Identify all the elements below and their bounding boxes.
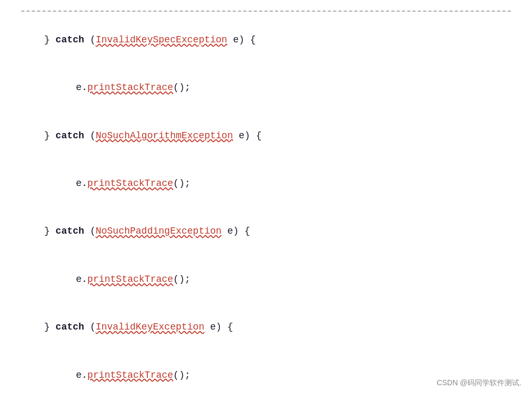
brace: } xyxy=(44,34,56,45)
code-line-6: e.printStackTrace(); xyxy=(21,255,511,303)
code-line-2: e.printStackTrace(); xyxy=(21,64,511,111)
exception-NoSuchPaddingException: NoSuchPaddingException xyxy=(95,226,221,236)
watermark: CSDN @码同学软件测试. xyxy=(437,377,521,388)
dashed-separator xyxy=(21,11,511,12)
code-line-1: } catch (InvalidKeySpecException e) { xyxy=(21,16,511,64)
exception-InvalidKeyException: InvalidKeyException xyxy=(95,322,204,332)
keyword-catch: catch xyxy=(56,34,84,45)
exception-NoSuchAlgorithmException: NoSuchAlgorithmException xyxy=(95,130,233,141)
method-printStackTrace: printStackTrace xyxy=(87,82,173,93)
code-line-8: e.printStackTrace(); xyxy=(21,351,511,399)
code-line-4: e.printStackTrace(); xyxy=(21,159,511,207)
code-block: } catch (InvalidKeySpecException e) { e.… xyxy=(21,11,511,399)
code-line-5: } catch (NoSuchPaddingException e) { xyxy=(21,208,511,255)
exception-InvalidKeySpecException: InvalidKeySpecException xyxy=(95,34,227,45)
code-line-7: } catch (InvalidKeyException e) { xyxy=(21,303,511,351)
code-line-3: } catch (NoSuchAlgorithmException e) { xyxy=(21,112,511,159)
